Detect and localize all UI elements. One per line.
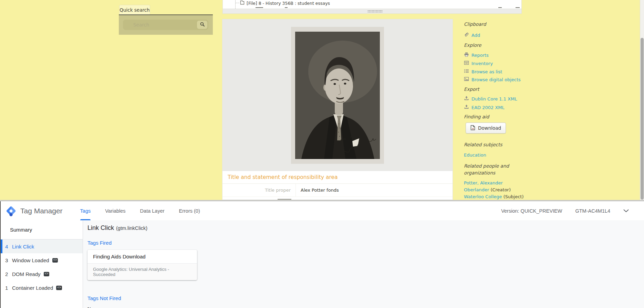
event-detail-pane: Link Click(gtm.linkClick) Tags Fired Fin… — [83, 220, 644, 308]
event-subtitle: (gtm.linkClick) — [116, 225, 147, 231]
event-label: Link Click — [12, 244, 34, 249]
code-icon: <> — [56, 286, 62, 290]
tag-name: Finding Aids Download — [87, 250, 197, 263]
dublin-core-export-link[interactable]: Dublin Core 1.1 XML — [464, 96, 517, 102]
fired-tag-card[interactable]: Finding Aids Download Google Analytics: … — [87, 250, 197, 280]
table-icon — [464, 60, 469, 66]
related-person-entry: Potter, Alexander Oberlander (Creator) — [464, 180, 520, 193]
related-org-entry: Waterloo College (Subject) — [464, 193, 536, 200]
clipboard-add-link[interactable]: Add — [464, 32, 480, 38]
sidebar-event-dom-ready[interactable]: 2 DOM Ready <> — [1, 267, 83, 281]
header-right-group: Version: QUICK_PREVIEW GTM-AC4M1L4 — [501, 208, 644, 214]
tab-data-layer[interactable]: Data Layer — [133, 201, 172, 220]
chevron-down-icon[interactable] — [623, 209, 629, 212]
page-scrollbar-thumb[interactable] — [641, 38, 644, 200]
tree-item-file[interactable]: [File] 8 - History 356B : student essays — [240, 0, 330, 6]
code-icon: <> — [52, 258, 58, 263]
finding-aid-heading: Finding aid — [464, 114, 489, 119]
sidebar-event-link-click[interactable]: 4 Link Click — [1, 240, 83, 253]
resize-grip-icon[interactable] — [367, 10, 383, 13]
paperclip-icon — [464, 32, 469, 38]
org-link[interactable]: Waterloo College — [464, 194, 502, 199]
ead-export-link[interactable]: EAD 2002 XML — [464, 104, 505, 110]
export-heading: Export — [464, 86, 479, 92]
tab-errors[interactable]: Errors (0) — [172, 201, 207, 220]
tree-connector-line — [236, 3, 239, 3]
tag-manager-panel: Tag Manager Tags Variables Data Layer Er… — [0, 201, 644, 308]
tags-fired-heading: Tags Fired — [87, 240, 644, 246]
link-label: Dublin Core 1.1 XML — [471, 96, 517, 102]
divider — [222, 197, 453, 197]
link-label: Inventory — [471, 61, 493, 66]
finding-aid-download-button[interactable]: Download — [466, 123, 506, 134]
link-label: Browse as list — [471, 69, 502, 74]
clipped-tree-row-fragment — [516, 7, 520, 8]
tab-variables[interactable]: Variables — [98, 201, 133, 220]
code-icon: <> — [44, 272, 50, 276]
related-people-heading: Related people and organizations — [464, 162, 522, 176]
search-input[interactable] — [123, 22, 197, 28]
clipped-tree-row-fragment — [285, 7, 288, 8]
page-scrollbar[interactable] — [640, 0, 644, 200]
search-button[interactable] — [197, 21, 207, 29]
quick-search-tab[interactable]: Quick search — [119, 5, 150, 14]
tag-manager-tabs: Tags Variables Data Layer Errors (0) — [73, 201, 207, 220]
section-heading-title-area[interactable]: Title and statement of responsibility ar… — [228, 174, 338, 180]
export-icon — [464, 96, 469, 102]
link-label: Reports — [471, 53, 489, 58]
field-label: Title proper — [222, 184, 295, 197]
container-id-label: GTM-AC4M1L4 — [575, 208, 610, 214]
sidebar-event-container-loaded[interactable]: 1 Container Loaded <> — [1, 281, 83, 295]
list-icon — [464, 68, 469, 75]
browse-digital-objects-link[interactable]: Browse digital objects — [464, 76, 521, 83]
file-icon — [240, 0, 245, 6]
sidebar-event-window-loaded[interactable]: 3 Window Loaded <> — [1, 253, 83, 267]
event-number: 4 — [5, 244, 12, 249]
tag-manager-logo-icon — [6, 205, 17, 216]
tag-manager-title: Tag Manager — [20, 207, 63, 215]
image-icon — [464, 76, 469, 83]
explore-heading: Explore — [464, 42, 481, 48]
event-number: 1 — [5, 285, 12, 291]
download-button-label: Download — [478, 125, 501, 131]
record-panel: Title and statement of responsibility ar… — [222, 19, 453, 200]
quick-search-tab-label: Quick search — [120, 7, 149, 13]
person-role-suffix: (Creator) — [489, 187, 511, 192]
event-timeline-sidebar: Summary 4 Link Click 3 Window Loaded <> … — [1, 220, 83, 308]
reports-link[interactable]: Reports — [464, 52, 489, 58]
link-label: Education — [464, 152, 486, 158]
field-value: Alex Potter fonds — [295, 184, 453, 197]
digital-object-area — [222, 19, 453, 171]
tag-type-status: Google Analytics: Universal Analytics - … — [87, 263, 197, 280]
tree-item-label: [File] 8 - History 356B : student essays — [247, 1, 330, 6]
link-label: Browse digital objects — [471, 77, 521, 82]
event-number: 3 — [5, 257, 12, 263]
event-label: DOM Ready — [12, 271, 41, 277]
browse-as-list-link[interactable]: Browse as list — [464, 68, 502, 75]
clipped-tree-row-fragment — [498, 7, 502, 8]
event-title: Link Click — [87, 224, 114, 231]
education-subject-link[interactable]: Education — [464, 152, 486, 158]
tab-tags[interactable]: Tags — [73, 201, 98, 220]
clipboard-heading: Clipboard — [464, 21, 486, 27]
tree-horizontal-scrollbar[interactable] — [223, 9, 521, 13]
none-label: None — [87, 306, 644, 308]
portrait-photo[interactable] — [291, 27, 384, 164]
event-label: Window Loaded — [12, 257, 49, 263]
sidebar-item-summary[interactable]: Summary — [1, 220, 83, 240]
field-row-title-proper: Title proper Alex Potter fonds — [222, 184, 453, 197]
link-label: Add — [471, 33, 480, 38]
export-icon — [464, 104, 469, 110]
quick-search-panel — [119, 15, 213, 35]
pdf-icon — [470, 125, 475, 131]
screen: Quick search [File] 8 - History 356 — [0, 0, 644, 308]
event-title-row: Link Click(gtm.linkClick) — [87, 224, 644, 232]
search-icon — [200, 22, 205, 28]
inventory-link[interactable]: Inventory — [464, 60, 493, 66]
tag-manager-header: Tag Manager Tags Variables Data Layer Er… — [1, 201, 644, 220]
link-label: EAD 2002 XML — [471, 105, 505, 110]
tags-not-fired-heading: Tags Not Fired — [87, 295, 644, 301]
event-number: 2 — [5, 271, 12, 277]
treeview-panel: [File] 8 - History 356B : student essays — [222, 0, 522, 14]
atom-page: Quick search [File] 8 - History 356 — [0, 0, 644, 200]
